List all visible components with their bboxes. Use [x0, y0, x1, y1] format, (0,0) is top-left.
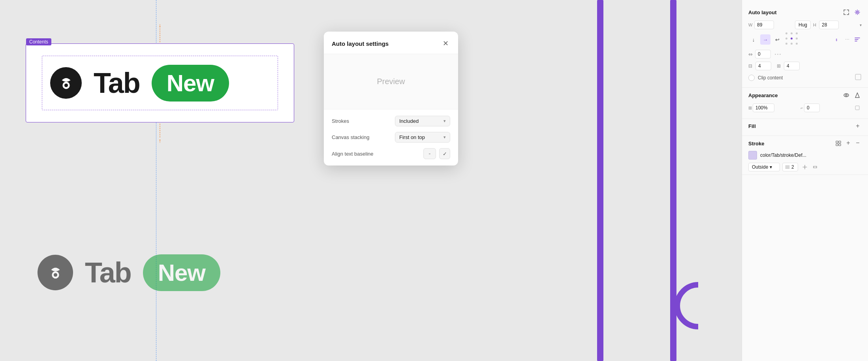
tab-component-selected[interactable]: Contents ↓ ↑ Tab [26, 43, 294, 122]
svg-rect-10 [855, 106, 859, 110]
right-panel: Auto layout W [742, 0, 868, 361]
clip-right-icon [855, 73, 862, 82]
tab-icon-bottom [38, 255, 73, 290]
strokes-dropdown-arrow: ▾ [443, 118, 446, 124]
purple-arc [674, 282, 722, 329]
dot-tc [791, 32, 793, 34]
resize-icon-btn[interactable] [853, 103, 862, 112]
clip-icon [855, 73, 862, 81]
stroke-align-icon-btn[interactable] [800, 163, 809, 171]
stroke-position-value: Outside [752, 164, 768, 170]
dot-bc [791, 43, 793, 45]
arrow-wrap-btn[interactable]: ↩ [772, 34, 782, 45]
auto-layout-title: Auto layout [748, 9, 777, 15]
dot-bl [785, 43, 787, 45]
fill-add-button[interactable]: + [854, 122, 862, 130]
tab-component-bottom: Tab New [26, 213, 294, 332]
height-input[interactable] [819, 21, 839, 29]
strokes-label: Strokes [332, 118, 349, 124]
svg-point-6 [857, 11, 858, 13]
contents-label: Contents [26, 38, 51, 45]
align-text-label: Align text baseline [332, 151, 374, 157]
layout-icon-2[interactable]: ⋯ [843, 35, 851, 44]
arrow-right-btn[interactable]: → [760, 34, 770, 45]
popup-close-button[interactable]: ✕ [441, 39, 450, 48]
canvas-stacking-label: Canvas stacking [332, 134, 369, 140]
new-badge-bottom: New [143, 254, 220, 291]
auto-layout-section: Auto layout W [742, 5, 868, 88]
dot-mc [791, 38, 793, 39]
visibility-icon-btn[interactable] [842, 91, 851, 100]
height-dropdown-arrow[interactable]: ▾ [860, 23, 862, 27]
advanced-layout-icon [855, 37, 860, 42]
popup-title: Auto layout settings [332, 40, 389, 47]
layout-icon-1[interactable]: ⫾ [832, 35, 841, 44]
padding-v-input[interactable] [784, 62, 800, 70]
strokes-select[interactable]: Included ▾ [395, 116, 450, 126]
tab-icon [50, 67, 82, 99]
expand-icon-btn[interactable] [842, 8, 851, 17]
preview-label: Preview [377, 77, 405, 86]
new-badge-text-bottom: New [158, 259, 205, 286]
clip-toggle[interactable] [748, 75, 755, 81]
appearance-title: Appearance [748, 92, 778, 98]
purple-bar-left [597, 0, 603, 361]
align-text-controls: - ✓ [423, 148, 450, 159]
opacity-icon [855, 92, 860, 98]
appearance-header: Appearance [748, 91, 862, 100]
gap-row: ⇔ [748, 50, 862, 58]
opacity-input[interactable] [753, 103, 774, 112]
auto-layout-header: Auto layout [748, 8, 862, 17]
stroke-position-arrow: ▾ [770, 164, 772, 170]
align-check-btn[interactable]: ✓ [439, 148, 450, 159]
canvas-stacking-row: Canvas stacking First on top ▾ [332, 132, 450, 143]
settings-icon-btn[interactable] [853, 8, 862, 17]
opacity-icon-btn[interactable] [853, 91, 862, 100]
stroke-grid-icon [836, 141, 841, 146]
popup-header: Auto layout settings ✕ [324, 32, 458, 54]
tab-icon-bottom-svg [45, 262, 66, 284]
gap-icon: ⇔ [748, 51, 753, 57]
width-input[interactable] [754, 21, 774, 29]
stroke-position-select[interactable]: Outside ▾ [748, 163, 780, 171]
clip-content-row: Clip content [748, 73, 862, 82]
corner-input[interactable] [804, 103, 820, 112]
auto-layout-settings-popup: Auto layout settings ✕ Preview Strokes I… [324, 32, 458, 165]
canvas-stacking-select[interactable]: First on top ▾ [395, 132, 450, 143]
svg-rect-11 [836, 141, 838, 143]
stroke-add-button[interactable]: + [844, 139, 852, 147]
appearance-icons [842, 91, 862, 100]
canvas-area: Contents ↓ ↑ Tab [0, 0, 742, 361]
stroke-more-icon-btn[interactable] [811, 163, 819, 171]
padding-h-icon: ⊟ [748, 63, 752, 69]
stroke-width-field: 2 [782, 163, 798, 171]
stroke-color-swatch[interactable] [748, 151, 757, 160]
stroke-minus-button[interactable]: − [854, 139, 862, 147]
gap-input[interactable] [755, 50, 771, 58]
alignment-grid[interactable] [785, 32, 800, 47]
svg-rect-14 [839, 144, 841, 146]
align-dash-btn[interactable]: - [423, 148, 436, 159]
resize-icon [855, 105, 860, 111]
stroke-section: Stroke + − color/Tab/stroke/Def... [742, 136, 868, 175]
svg-point-2 [64, 83, 68, 87]
padding-row: ⊟ ⊞ [748, 62, 862, 70]
stroke-header: Stroke + − [748, 139, 862, 148]
h-label: H [813, 23, 818, 27]
hug-badge[interactable]: Hug [795, 21, 811, 29]
opacity-corner-row: ⊞ ⌐ [748, 103, 862, 112]
arrow-down-btn[interactable]: ↓ [748, 34, 759, 45]
stroke-grid-icon-btn[interactable] [834, 139, 843, 148]
tab-text-bottom: Tab [85, 256, 131, 289]
canvas-stacking-value: First on top [399, 134, 425, 140]
padding-v-icon: ⊞ [777, 63, 781, 69]
wh-row: W Hug H ▾ [748, 21, 862, 29]
dotted-line-bottom [160, 124, 160, 137]
stroke-lines-icon [785, 165, 790, 169]
advanced-layout-btn[interactable] [853, 35, 862, 44]
dot-ml [785, 38, 787, 39]
strokes-value: Included [399, 118, 419, 124]
padding-h-input[interactable] [755, 62, 771, 70]
dot-br [796, 43, 798, 45]
stroke-width-value: 2 [791, 164, 794, 170]
